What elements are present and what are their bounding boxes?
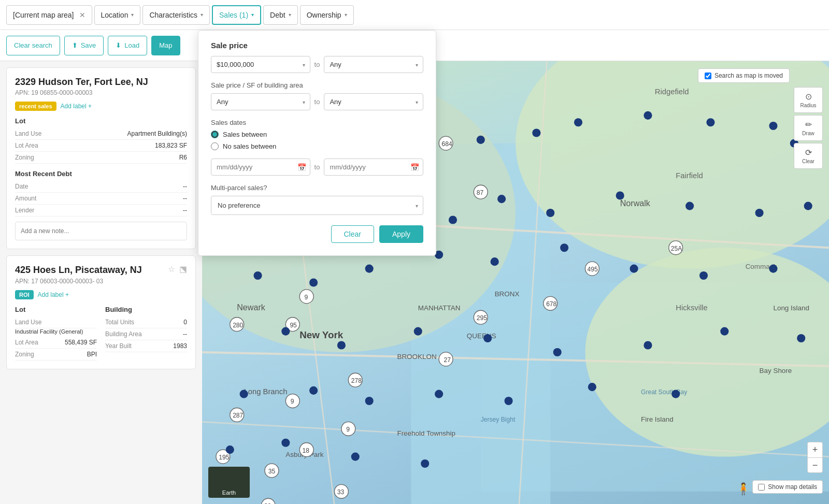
building-area-row: Building Area -- [105, 328, 187, 340]
svg-text:Fairfield: Fairfield [676, 171, 703, 180]
chip-ownership[interactable]: Ownership ▾ [300, 5, 354, 25]
load-button[interactable]: ⬇ Load [108, 36, 147, 55]
chip-debt[interactable]: Debt ▾ [263, 5, 298, 25]
save-button[interactable]: ⬆ Save [64, 36, 104, 55]
svg-point-103 [365, 265, 374, 273]
per-sf-to-select[interactable]: Any $10 $50 $100 $200 [324, 93, 423, 110]
svg-text:9: 9 [305, 294, 308, 301]
star-icon[interactable]: ☆ [168, 264, 175, 274]
svg-point-113 [483, 334, 492, 342]
share-icon[interactable]: ⬔ [179, 264, 187, 274]
property-apn: APN: 17 06003-0000-00003- 03 [15, 278, 142, 285]
multiparcel-select[interactable]: No preference Yes No [211, 196, 423, 215]
map-label: Map [159, 41, 172, 49]
land-use-row: Land Use Apartment Building(s) [15, 128, 187, 140]
debt-lender-value: -- [183, 207, 187, 214]
lot-area-value: 183,823 SF [155, 142, 187, 149]
add-label-link[interactable]: Add label + [38, 291, 69, 298]
zoning-value: BPI [87, 351, 97, 358]
chevron-down-icon: ▾ [289, 12, 291, 18]
date-to-input[interactable] [324, 159, 423, 176]
note-input[interactable] [15, 222, 187, 240]
building-section-title: Building [105, 306, 187, 313]
svg-text:287: 287 [233, 412, 243, 419]
radio-no-between-text: No sales between [223, 142, 276, 150]
date-from-wrapper[interactable]: 📅 [211, 159, 310, 176]
sales-dates-title: Sales dates [211, 119, 423, 126]
building-area-value: -- [183, 330, 187, 338]
svg-point-128 [421, 459, 429, 468]
svg-point-99 [755, 209, 763, 217]
radius-tool[interactable]: ⊙ Radius [794, 87, 823, 113]
clear-tool[interactable]: ⟳ Clear [794, 143, 823, 169]
date-range-row: 📅 to 📅 [211, 159, 423, 176]
sale-price-to-select[interactable]: Any $100,000 $500,000 $1,000,000 $5,000,… [324, 56, 423, 73]
clear-search-button[interactable]: Clear search [6, 36, 60, 55]
svg-point-109 [769, 265, 777, 273]
earth-thumbnail[interactable]: Earth [208, 467, 250, 498]
svg-text:Bay Shore: Bay Shore [760, 367, 792, 375]
radio-between-label[interactable]: Sales between [211, 131, 423, 138]
per-sf-from-wrapper[interactable]: Any $10 $50 $100 $200 ▾ [211, 93, 310, 110]
clear-button[interactable]: Clear [331, 225, 374, 243]
show-map-details-button[interactable]: Show map details [752, 480, 823, 494]
show-map-details-label: Show map details [768, 483, 817, 491]
svg-point-123 [588, 383, 596, 391]
zoning-label: Zoning [15, 154, 34, 161]
multiparcel-title: Multi-parcel sales? [211, 184, 423, 192]
apply-button[interactable]: Apply [379, 225, 423, 243]
per-sf-from-select[interactable]: Any $10 $50 $100 $200 [211, 93, 310, 110]
map-button[interactable]: Map [151, 36, 180, 55]
debt-date-value: -- [183, 183, 187, 190]
svg-text:Freehold Township: Freehold Township [397, 429, 455, 437]
sale-price-from-select[interactable]: $10,000,000 Any $100,000 $500,000 $1,000… [211, 56, 310, 73]
draw-tool[interactable]: ✏ Draw [794, 115, 823, 141]
svg-point-125 [226, 445, 234, 454]
search-as-moved-bar[interactable]: Search as map is moved [698, 68, 790, 83]
multiparcel-select-wrapper[interactable]: No preference Yes No ▾ [211, 196, 423, 215]
show-map-details-checkbox[interactable] [758, 484, 765, 491]
date-to-wrapper[interactable]: 📅 [324, 159, 423, 176]
svg-point-111 [337, 341, 346, 349]
left-panel: 2329 Hudson Ter, Fort Lee, NJ APN: 19 06… [0, 61, 202, 504]
svg-text:295: 295 [477, 314, 487, 322]
radius-label: Radius [800, 103, 816, 108]
radio-between[interactable] [211, 131, 219, 138]
sales-dropdown: Sale price $10,000,000 Any $100,000 $500… [198, 30, 436, 256]
chip-location[interactable]: Location ▾ [94, 5, 141, 25]
date-from-input[interactable] [211, 159, 310, 176]
radio-no-between[interactable] [211, 142, 219, 150]
svg-point-100 [804, 202, 812, 210]
person-icon[interactable]: 🧍 [736, 482, 750, 496]
zoom-out-button[interactable]: − [807, 457, 823, 473]
svg-point-86 [574, 118, 582, 126]
lot-section-title: Lot [15, 306, 97, 313]
property-card: 425 Hoes Ln, Piscataway, NJ APN: 17 0600… [6, 255, 196, 369]
svg-text:Long Branch: Long Branch [244, 387, 288, 396]
zoning-label: Zoning [15, 351, 34, 358]
close-icon[interactable]: ✕ [79, 11, 85, 19]
svg-text:280: 280 [233, 322, 243, 329]
chip-characteristics[interactable]: Characteristics ▾ [142, 5, 210, 25]
svg-text:9: 9 [291, 398, 294, 405]
zoom-in-button[interactable]: + [807, 442, 823, 457]
sale-price-to-wrapper[interactable]: Any $100,000 $500,000 $1,000,000 $5,000,… [324, 56, 423, 73]
debt-lender-label: Lender [15, 207, 34, 214]
sales-dates-radio-group: Sales between No sales between [211, 131, 423, 150]
per-sf-to-wrapper[interactable]: Any $10 $50 $100 $200 ▾ [324, 93, 423, 110]
draw-label: Draw [802, 131, 814, 136]
search-as-moved-checkbox[interactable] [705, 73, 711, 79]
sale-price-from-wrapper[interactable]: $10,000,000 Any $100,000 $500,000 $1,000… [211, 56, 310, 73]
radio-no-between-label[interactable]: No sales between [211, 142, 423, 150]
add-label-link[interactable]: Add label + [61, 103, 92, 110]
chip-current-map-area[interactable]: [Current map area] ✕ [6, 5, 92, 25]
svg-point-88 [706, 118, 714, 126]
chip-sales[interactable]: Sales (1) ▾ [212, 5, 261, 25]
lot-section-title: Lot [15, 117, 187, 125]
lot-area-label: Lot Area [15, 142, 38, 149]
svg-text:BRONX: BRONX [495, 290, 520, 298]
svg-point-126 [281, 439, 290, 447]
year-built-value: 1983 [173, 342, 187, 350]
chip-label: Sales (1) [219, 11, 248, 19]
svg-point-106 [560, 243, 568, 252]
